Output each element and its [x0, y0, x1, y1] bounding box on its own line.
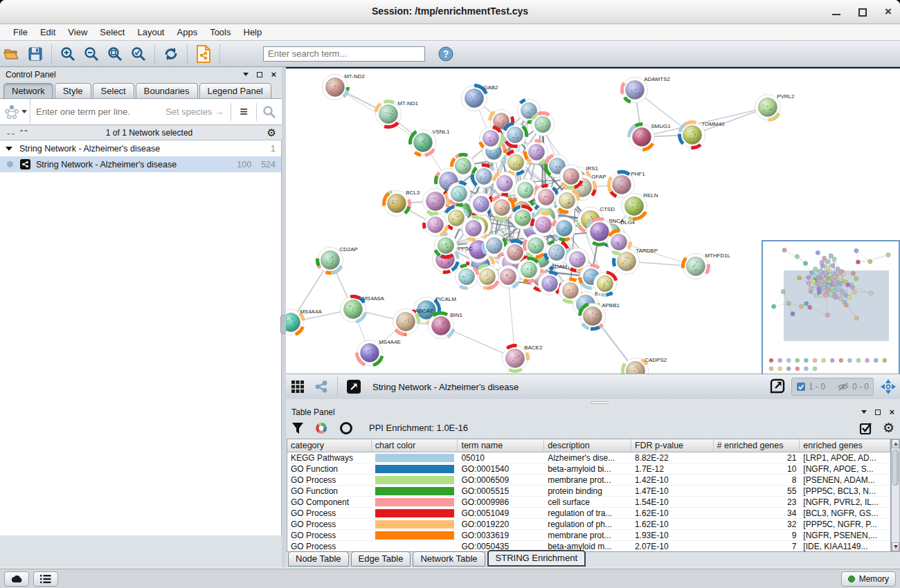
pan-compass-button[interactable] — [876, 376, 900, 398]
menu-view[interactable]: View — [62, 26, 93, 39]
menu-help[interactable]: Help — [237, 26, 269, 39]
network-node[interactable] — [435, 235, 458, 257]
network-node-mthfd1l[interactable] — [869, 291, 873, 295]
network-node-apbb1[interactable]: APBB1 — [580, 302, 620, 329]
network-node-mthfd1l[interactable]: MTHFD1L — [683, 252, 731, 279]
column-header-term-name[interactable]: term name — [458, 439, 544, 452]
network-canvas[interactable]: MT-ND2MT-ND1VSNL1GAB2IRS1CLUMMEBCL3CYP19… — [286, 67, 900, 374]
network-node[interactable] — [840, 289, 845, 293]
network-node[interactable] — [483, 235, 506, 257]
enrichment-settings-gear-icon[interactable]: ⚙ — [883, 423, 894, 433]
zoom-selected-button[interactable] — [127, 43, 150, 65]
network-node-snca[interactable] — [846, 283, 850, 287]
network-node-mt-nd1[interactable]: MT-ND1 — [376, 100, 419, 127]
collapse-all-icon[interactable]: ⌄⌄ — [6, 129, 15, 136]
network-node[interactable] — [837, 282, 841, 286]
network-node-picalm[interactable] — [804, 302, 809, 306]
hsplitter-grip[interactable] — [591, 401, 609, 404]
network-node-reln[interactable] — [854, 277, 858, 281]
network-panel-gear-icon[interactable]: ⚙ — [267, 127, 276, 138]
network-node-cadps2[interactable] — [854, 316, 858, 320]
network-node[interactable] — [560, 165, 583, 188]
network-node[interactable] — [532, 214, 555, 237]
network-node-ms4a4a[interactable]: MS4A4A — [286, 309, 322, 336]
table-row[interactable]: GO FunctionGO:0001540beta-amyloid bi...1… — [287, 463, 890, 475]
select-all-checkbox-icon[interactable] — [859, 421, 873, 435]
tab-network[interactable]: Network — [3, 83, 53, 98]
string-protein-query-selector[interactable] — [0, 99, 30, 125]
save-session-button[interactable] — [24, 43, 47, 65]
minimize-button[interactable] — [832, 10, 840, 15]
maximize-button[interactable] — [858, 8, 867, 17]
panel-collapse-icon[interactable] — [243, 73, 249, 76]
expand-all-icon[interactable]: ⌃⌃ — [19, 129, 28, 136]
network-node[interactable] — [553, 217, 576, 240]
network-node[interactable] — [514, 179, 537, 202]
string-search-button[interactable] — [257, 105, 282, 119]
network-node[interactable] — [826, 266, 830, 270]
network-node-bin1[interactable]: BIN1 — [429, 312, 463, 339]
menu-select[interactable]: Select — [93, 26, 131, 39]
network-node-ms4a6a[interactable]: MS4A6A — [341, 295, 385, 322]
network-node[interactable] — [819, 293, 823, 297]
zoom-fit-button[interactable] — [103, 43, 127, 65]
tab-style[interactable]: Style — [55, 83, 91, 98]
menu-apps[interactable]: Apps — [171, 26, 204, 39]
network-node-mt-nd1[interactable] — [795, 255, 799, 259]
import-network-button[interactable] — [192, 43, 215, 65]
network-node-bcl3[interactable] — [797, 276, 801, 280]
network-node[interactable] — [559, 279, 582, 302]
network-node-vsnl1[interactable]: VSNL1 — [411, 129, 451, 156]
column-header-FDR-p-value[interactable]: FDR p-value — [631, 439, 714, 452]
scroll-up-button[interactable] — [892, 439, 899, 448]
hidden-eye-icon[interactable] — [837, 382, 849, 392]
tab-node-table[interactable]: Node Table — [288, 551, 349, 567]
tab-legend-panel[interactable]: Legend Panel — [199, 83, 271, 98]
network-node-adamts2[interactable] — [854, 248, 858, 252]
selected-checkbox-icon[interactable] — [796, 382, 806, 392]
table-scrollbar[interactable] — [891, 439, 900, 552]
network-node-ms4a6a[interactable] — [786, 301, 791, 305]
network-node-phf1[interactable]: PHF1 — [609, 171, 646, 198]
table-row[interactable]: GO ProcessGO:0033619membrane prot...1.93… — [287, 530, 890, 541]
network-node-mt-nd2[interactable] — [782, 248, 786, 252]
network-node[interactable] — [836, 288, 840, 292]
column-header-category[interactable]: category — [287, 439, 372, 452]
network-node[interactable] — [831, 264, 835, 268]
network-node[interactable] — [491, 196, 514, 219]
table-row[interactable]: GO ComponentGO:0009986cell surface1.54E-… — [287, 497, 890, 508]
tab-boundaries[interactable]: Boundaries — [136, 83, 198, 98]
table-row[interactable]: KEGG Pathways05010Alzheimer's dise...8.8… — [287, 452, 890, 463]
network-node[interactable] — [832, 257, 836, 261]
filter-icon[interactable] — [291, 422, 304, 434]
network-node[interactable] — [497, 266, 520, 288]
table-panel-collapse-icon[interactable] — [861, 410, 867, 414]
panel-float-icon[interactable] — [257, 72, 262, 77]
network-node[interactable] — [594, 273, 617, 295]
network-node[interactable] — [829, 254, 833, 258]
network-node[interactable] — [473, 165, 496, 188]
open-session-button[interactable] — [0, 43, 24, 65]
network-node-ms4a4e[interactable] — [791, 312, 795, 316]
network-node[interactable] — [456, 266, 478, 288]
network-node-cd2ap[interactable]: CD2AP — [318, 246, 358, 273]
scroll-thumb[interactable] — [892, 450, 899, 486]
network-node[interactable] — [608, 231, 631, 254]
network-node-abca7[interactable] — [799, 304, 803, 309]
menu-layout[interactable]: Layout — [131, 26, 170, 39]
network-node[interactable] — [480, 127, 503, 150]
network-node-apbb1[interactable] — [844, 303, 848, 307]
search-input[interactable] — [263, 46, 425, 62]
network-node[interactable] — [839, 269, 843, 273]
network-node[interactable] — [809, 286, 813, 290]
network-node[interactable] — [814, 293, 818, 297]
network-node-bace2[interactable] — [825, 313, 829, 317]
network-node-vsnl1[interactable] — [803, 261, 807, 266]
horizontal-splitter[interactable] — [286, 399, 900, 406]
network-node[interactable] — [539, 273, 561, 295]
column-header--enriched-genes[interactable]: # enriched genes — [714, 439, 800, 452]
tab-string-enrichment[interactable]: STRING Enrichment — [487, 550, 586, 567]
table-row[interactable]: GO FunctionGO:0005515protein binding1.47… — [287, 486, 890, 497]
ring-icon[interactable] — [339, 421, 354, 436]
memory-status-button[interactable]: Memory — [841, 571, 896, 587]
